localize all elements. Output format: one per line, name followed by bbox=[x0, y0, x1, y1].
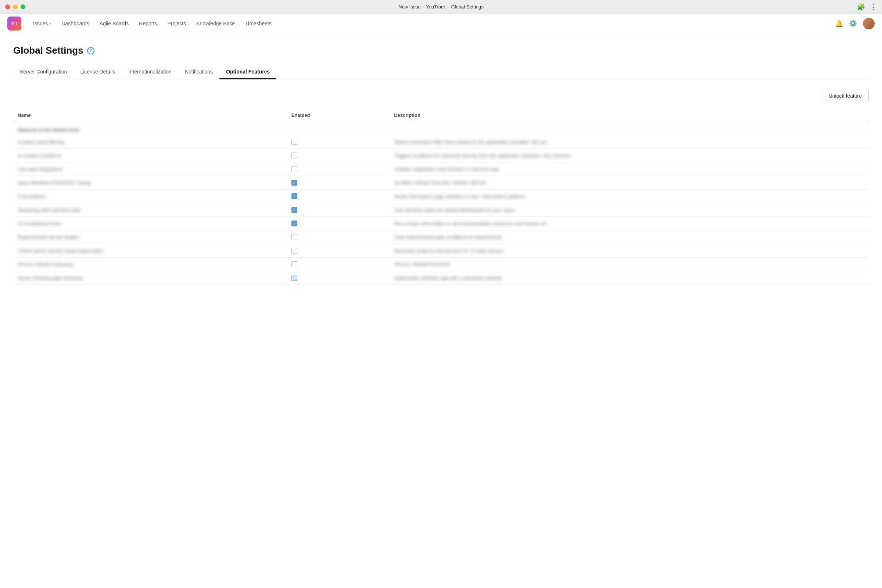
table-row: AI Completion/Trees ✓ Plus a basic infor… bbox=[13, 217, 869, 230]
feature-description: Supersedes activities app with a persist… bbox=[390, 271, 869, 285]
features-table: Name Enabled Description Optional at the… bbox=[13, 110, 869, 285]
feature-description: Toggles conditions for elements directly… bbox=[390, 149, 869, 162]
checkbox-checked[interactable]: ✓ bbox=[291, 220, 297, 226]
feature-description: Separates projects and services for UI s… bbox=[390, 244, 869, 258]
col-header-name: Name bbox=[13, 110, 287, 121]
nav-links: Issues ▾ Dashboards Agile Boards Reports… bbox=[28, 14, 835, 33]
feature-enabled[interactable]: ✓ bbox=[287, 176, 390, 190]
window-title: New Issue – YouTrack – Global Settings bbox=[398, 4, 483, 9]
feature-description: GLOBAL ISSUE From the T BASIC SETUP. bbox=[390, 176, 869, 190]
feature-enabled[interactable] bbox=[287, 258, 390, 271]
table-row: Unified admin service email organization… bbox=[13, 244, 869, 258]
tab-license-details[interactable]: License Details bbox=[74, 65, 122, 80]
close-button[interactable] bbox=[5, 4, 10, 9]
feature-enabled[interactable]: ✓ bbox=[287, 217, 390, 230]
notifications-icon[interactable]: 🔔 bbox=[835, 20, 843, 28]
chevron-down-icon: ▾ bbox=[49, 21, 51, 26]
table-row: In-place issue filtering Allows hovering… bbox=[13, 135, 869, 149]
avatar[interactable] bbox=[863, 18, 874, 29]
feature-description: Allows hovering to filter items based on… bbox=[390, 135, 869, 149]
section-header-row: Optional at the Global level bbox=[13, 121, 869, 135]
checkbox-unchecked[interactable] bbox=[291, 166, 297, 172]
table-row: STUCK ISSUES following STUCK PRIORITIZAT… bbox=[13, 258, 869, 271]
table-row: Issues tracking page retraining Supersed… bbox=[13, 271, 869, 285]
tab-notifications[interactable]: Notifications bbox=[178, 65, 219, 80]
table-row: Requirements set per project Uses requir… bbox=[13, 230, 869, 244]
table-row: Issue Workflow STRATEGY Setup ✓ GLOBAL I… bbox=[13, 176, 869, 190]
minimize-button[interactable] bbox=[13, 4, 18, 9]
extensions-icon[interactable]: 🧩 bbox=[857, 3, 865, 11]
checkbox-checked[interactable]: ✓ bbox=[291, 193, 297, 199]
feature-enabled[interactable] bbox=[287, 162, 390, 176]
checkbox-unchecked[interactable] bbox=[291, 261, 297, 267]
table-header-row: Name Enabled Description bbox=[13, 110, 869, 121]
feature-name: STUCK ISSUES following bbox=[13, 258, 287, 271]
feature-description: Uses requirements path conditions to req… bbox=[390, 230, 869, 244]
navbar: YT Issues ▾ Dashboards Agile Boards Repo… bbox=[0, 14, 882, 33]
table-row: Live data integrations enables integrati… bbox=[13, 162, 869, 176]
feature-name: Issues tracking page retraining bbox=[13, 271, 287, 285]
feature-enabled[interactable] bbox=[287, 244, 390, 258]
tab-server-configuration[interactable]: Server Configuration bbox=[13, 65, 74, 80]
feature-enabled[interactable]: ✓ bbox=[287, 203, 390, 217]
feature-description: Plus a basic information to set instrume… bbox=[390, 217, 869, 230]
avatar-image bbox=[863, 18, 874, 29]
feature-name: In-place issue filtering bbox=[13, 135, 287, 149]
feature-name: Full Analytics bbox=[13, 190, 287, 203]
checkbox-unchecked[interactable] bbox=[291, 234, 297, 240]
unlock-feature-button[interactable]: Unlock feature bbox=[822, 90, 869, 102]
feature-name: Live data integrations bbox=[13, 162, 287, 176]
checkbox-partial[interactable] bbox=[291, 275, 297, 281]
tab-internationalization[interactable]: Internationalization bbox=[122, 65, 178, 80]
section-header-label: Optional at the Global level bbox=[13, 121, 869, 135]
feature-description: enables integrations that function in re… bbox=[390, 162, 869, 176]
feature-name: Requirements set per project bbox=[13, 230, 287, 244]
feature-description: STUCK PRIORITIZATION bbox=[390, 258, 869, 271]
checkbox-unchecked[interactable] bbox=[291, 248, 297, 254]
page-title: Global Settings bbox=[13, 45, 83, 56]
checkbox-unchecked[interactable] bbox=[291, 153, 297, 158]
feature-name: AI Completion/Trees bbox=[13, 217, 287, 230]
titlebar-actions: 🧩 ⋮ bbox=[857, 3, 877, 11]
feature-enabled[interactable] bbox=[287, 230, 390, 244]
more-icon[interactable]: ⋮ bbox=[870, 3, 877, 11]
nav-knowledge-base[interactable]: Knowledge Base bbox=[191, 14, 240, 33]
table-row: Streaming with real-time stats ✓ Use rea… bbox=[13, 203, 869, 217]
settings-tabs: Server Configuration License Details Int… bbox=[13, 65, 869, 80]
nav-timesheets[interactable]: Timesheets bbox=[240, 14, 277, 33]
feature-enabled[interactable] bbox=[287, 271, 390, 285]
nav-dashboards[interactable]: Dashboards bbox=[56, 14, 94, 33]
window-controls bbox=[5, 4, 26, 9]
help-icon[interactable]: ? bbox=[87, 47, 94, 54]
maximize-button[interactable] bbox=[21, 4, 26, 9]
table-row: In-context conditions Toggles conditions… bbox=[13, 149, 869, 162]
table-row: Full Analytics ✓ Sends workspace page st… bbox=[13, 190, 869, 203]
feature-name: Unified admin service email organization bbox=[13, 244, 287, 258]
toolbar: Unlock feature bbox=[13, 90, 869, 102]
app-logo[interactable]: YT bbox=[8, 16, 21, 30]
nav-agile-boards[interactable]: Agile Boards bbox=[94, 14, 134, 33]
feature-name: In-context conditions bbox=[13, 149, 287, 162]
feature-name: Issue Workflow STRATEGY Setup bbox=[13, 176, 287, 190]
nav-reports[interactable]: Reports bbox=[134, 14, 162, 33]
nav-issues[interactable]: Issues ▾ bbox=[28, 14, 56, 33]
titlebar: New Issue – YouTrack – Global Settings 🧩… bbox=[0, 0, 882, 14]
checkbox-checked[interactable]: ✓ bbox=[291, 180, 297, 186]
feature-name: Streaming with real-time stats bbox=[13, 203, 287, 217]
page-header: Global Settings ? bbox=[13, 45, 869, 56]
col-header-description: Description bbox=[390, 110, 869, 121]
feature-enabled[interactable] bbox=[287, 149, 390, 162]
feature-enabled[interactable]: ✓ bbox=[287, 190, 390, 203]
checkbox-checked[interactable]: ✓ bbox=[291, 207, 297, 213]
nav-projects[interactable]: Projects bbox=[162, 14, 191, 33]
feature-description: Sends workspace page statistics to own /… bbox=[390, 190, 869, 203]
main-content: Global Settings ? Server Configuration L… bbox=[0, 33, 882, 285]
col-header-enabled: Enabled bbox=[287, 110, 390, 121]
settings-icon[interactable]: ⚙️ bbox=[849, 20, 857, 28]
tab-optional-features[interactable]: Optional Features bbox=[219, 65, 276, 80]
nav-right: 🔔 ⚙️ bbox=[835, 18, 874, 29]
checkbox-unchecked[interactable] bbox=[291, 139, 297, 145]
feature-enabled[interactable] bbox=[287, 135, 390, 149]
feature-description: Use real-time status for added dashboard… bbox=[390, 203, 869, 217]
